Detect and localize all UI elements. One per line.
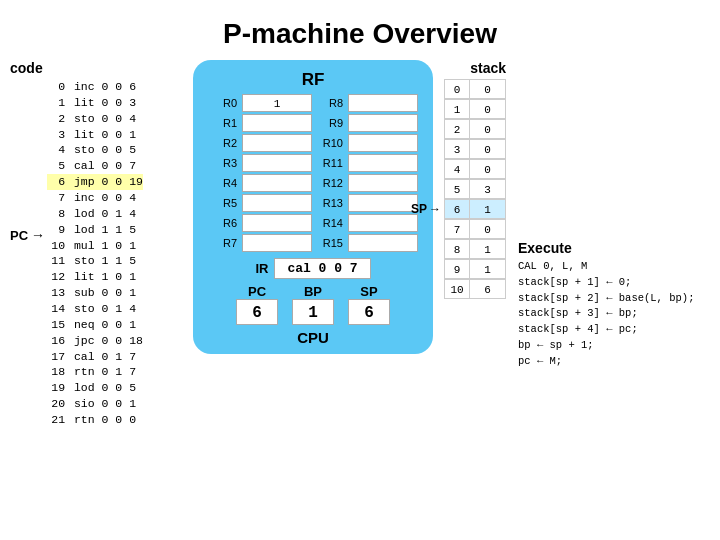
stack-index: 6 [444, 199, 470, 219]
ir-value: cal 0 0 7 [274, 258, 370, 279]
stack-row: 53 [444, 179, 506, 199]
rf-label: RF [302, 70, 325, 90]
stack-value: 6 [470, 279, 506, 299]
rf-reg-label: R11 [314, 154, 346, 172]
pc-indicator: PC → [10, 227, 45, 243]
code-row-num: 2 [47, 111, 65, 127]
code-row-instr: inc 0 0 4 [67, 190, 136, 206]
cpu-section: RF R01R8R1R9R2R10R3R11R4R12R5R13R6R14R7R… [193, 60, 433, 354]
rf-reg-label: R7 [208, 234, 240, 252]
stack-row: 106 [444, 279, 506, 299]
code-row-num: 1 [47, 95, 65, 111]
rf-reg-box [348, 134, 418, 152]
rf-reg-label: R9 [314, 114, 346, 132]
rf-reg-box [242, 114, 312, 132]
code-row-num: 6 [47, 174, 65, 190]
rf-reg-box [242, 154, 312, 172]
stack-table: 00102030405361708191106 [444, 79, 506, 299]
pc-arrow-icon: → [31, 227, 45, 243]
stack-index: 2 [444, 119, 470, 139]
code-row: 9 lod 1 1 5 [47, 222, 143, 238]
code-row-instr: lod 1 1 5 [67, 222, 136, 238]
stack-index: 3 [444, 139, 470, 159]
stack-row: 61 [444, 199, 506, 219]
code-row-instr: cal 0 1 7 [67, 349, 136, 365]
stack-value: 1 [470, 259, 506, 279]
code-row-instr: neq 0 0 1 [67, 317, 136, 333]
code-row-instr: sio 0 0 1 [67, 396, 136, 412]
code-row: 4 sto 0 0 5 [47, 142, 143, 158]
code-row: 8 lod 0 1 4 [47, 206, 143, 222]
ir-label: IR [255, 261, 268, 276]
pc-group: PC 6 [236, 284, 278, 325]
execute-code-line: bp ← sp + 1; [518, 338, 694, 354]
rf-reg-box [242, 134, 312, 152]
code-row-num: 21 [47, 412, 65, 428]
rf-reg-box [242, 194, 312, 212]
stack-value: 0 [470, 219, 506, 239]
execute-code-line: stack[sp + 4] ← pc; [518, 322, 694, 338]
code-row-instr: sto 0 0 4 [67, 111, 136, 127]
code-row-instr: sto 1 1 5 [67, 253, 136, 269]
rf-reg-box [242, 174, 312, 192]
code-row: 2 sto 0 0 4 [47, 111, 143, 127]
sp-group: SP 6 [348, 284, 390, 325]
code-row-num: 11 [47, 253, 65, 269]
stack-value: 0 [470, 159, 506, 179]
code-row-num: 0 [47, 79, 65, 95]
stack-row: 91 [444, 259, 506, 279]
stack-value: 0 [470, 119, 506, 139]
rf-reg-label: R3 [208, 154, 240, 172]
code-row-instr: rtn 0 1 7 [67, 364, 136, 380]
code-section: code PC → 0 inc 0 0 61 lit 0 0 32 sto 0 … [10, 60, 185, 428]
code-row-instr: lod 0 1 4 [67, 206, 136, 222]
code-row-instr: lit 0 0 1 [67, 127, 136, 143]
execute-code-line: CAL 0, L, M [518, 259, 694, 275]
rf-reg-box [348, 94, 418, 112]
stack-row: 20 [444, 119, 506, 139]
stack-index: 10 [444, 279, 470, 299]
bp-reg-label: BP [304, 284, 322, 299]
rf-reg-box [348, 154, 418, 172]
code-row-instr: sto 0 0 5 [67, 142, 136, 158]
code-row-instr: rtn 0 0 0 [67, 412, 136, 428]
rf-reg-label: R1 [208, 114, 240, 132]
code-row-num: 3 [47, 127, 65, 143]
stack-index: 4 [444, 159, 470, 179]
code-row-instr: sub 0 0 1 [67, 285, 136, 301]
code-row-num: 9 [47, 222, 65, 238]
code-row-num: 5 [47, 158, 65, 174]
stack-index: 8 [444, 239, 470, 259]
code-row-num: 19 [47, 380, 65, 396]
code-row-num: 10 [47, 238, 65, 254]
code-row-num: 13 [47, 285, 65, 301]
rf-reg-label: R8 [314, 94, 346, 112]
stack-index: 1 [444, 99, 470, 119]
stack-value: 1 [470, 239, 506, 259]
rf-reg-box: 1 [242, 94, 312, 112]
code-row: 19 lod 0 0 5 [47, 380, 143, 396]
pc-text: PC [10, 228, 28, 243]
stack-row: 81 [444, 239, 506, 259]
code-row-instr: jmp 0 0 19 [67, 174, 143, 190]
code-row-instr: lit 0 0 3 [67, 95, 136, 111]
code-row-num: 16 [47, 333, 65, 349]
bp-group: BP 1 [292, 284, 334, 325]
rf-reg-label: R13 [314, 194, 346, 212]
rf-grid: R01R8R1R9R2R10R3R11R4R12R5R13R6R14R7R15 [208, 94, 418, 252]
sp-stack-label: SP [411, 202, 427, 216]
pc-reg-label: PC [248, 284, 266, 299]
sp-arrow-icon: → [429, 202, 441, 216]
rf-reg-box [348, 214, 418, 232]
code-row-instr: mul 1 0 1 [67, 238, 136, 254]
code-row: 3 lit 0 0 1 [47, 127, 143, 143]
stack-index: 9 [444, 259, 470, 279]
code-row: 21 rtn 0 0 0 [47, 412, 143, 428]
code-row-num: 15 [47, 317, 65, 333]
stack-wrapper: stack SP → 00102030405361708191106 [441, 60, 506, 299]
code-row-num: 8 [47, 206, 65, 222]
stack-index: 0 [444, 79, 470, 99]
code-row: 6 jmp 0 0 19 [47, 174, 143, 190]
code-row-num: 14 [47, 301, 65, 317]
bp-reg-value: 1 [292, 299, 334, 325]
